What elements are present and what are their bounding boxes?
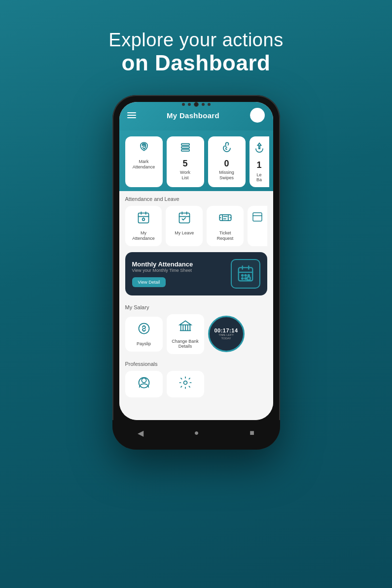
change-bank-icon: [178, 319, 192, 336]
phone-body: My Dashboard: [112, 95, 280, 450]
ticket-request-label: TicketRequest: [217, 230, 234, 241]
home-button[interactable]: ●: [194, 428, 199, 437]
my-attendance-icon: [137, 211, 150, 228]
svg-rect-1: [181, 144, 189, 146]
timer-label: TIME LEFTTODAY: [218, 333, 234, 341]
my-attendance-label: MyAttendance: [132, 230, 155, 241]
professional-card-2[interactable]: [167, 371, 204, 397]
hero-line1: Explore your actions: [108, 30, 283, 51]
monthly-attendance-banner[interactable]: Monthly Attendance View your Monthly Tim…: [125, 252, 267, 295]
banner-title: Monthly Attendance: [132, 261, 193, 268]
recents-button[interactable]: ■: [249, 428, 254, 437]
quick-card-mark-attendance[interactable]: MarkAttendance: [125, 136, 163, 187]
leave-balance-num: 1: [256, 160, 261, 170]
svg-rect-8: [253, 213, 262, 221]
svg-point-12: [248, 274, 249, 276]
my-attendance-card[interactable]: MyAttendance: [125, 206, 162, 246]
professionals-section: Professionals: [119, 356, 273, 404]
svg-point-10: [242, 274, 243, 276]
svg-point-11: [245, 274, 246, 276]
missing-swipes-label: MissingSwipes: [219, 170, 234, 181]
hero-section: Explore your actions on Dashboard: [108, 30, 283, 75]
app-content[interactable]: MarkAttendance 5 WorkList: [119, 131, 273, 420]
quick-card-work-list[interactable]: 5 WorkList: [167, 136, 204, 187]
partial-icon: [251, 211, 263, 226]
my-leave-label: My Leave: [175, 230, 194, 236]
gear-icon: [178, 376, 192, 392]
monthly-calendar-icon: [231, 259, 260, 289]
svg-rect-2: [181, 147, 189, 149]
attendance-leave-title: Attendance and Leave: [125, 196, 267, 202]
fingerprint-icon: [137, 141, 151, 157]
notch-dot-3: [202, 103, 205, 106]
banner-subtitle: View your Monthly Time Sheet: [132, 268, 193, 273]
hero-line2: on Dashboard: [108, 51, 283, 75]
svg-point-14: [245, 278, 246, 279]
change-bank-card[interactable]: Change BankDetails: [167, 314, 204, 355]
leave-balance-label: LeBa: [256, 172, 262, 182]
app-title: My Dashboard: [167, 111, 219, 120]
attendance-leave-section: Attendance and Leave: [119, 191, 273, 248]
notch-dot-2: [188, 103, 191, 106]
back-button[interactable]: ◀: [138, 428, 143, 438]
phone-screen: My Dashboard: [119, 102, 273, 420]
notch-dot-1: [182, 103, 185, 106]
work-list-icon: [178, 141, 192, 157]
professional-card-1[interactable]: [125, 371, 163, 397]
banner-right: [231, 259, 260, 289]
svg-point-17: [142, 378, 146, 383]
svg-point-0: [143, 144, 145, 146]
payslip-label: Payslip: [137, 341, 151, 347]
salary-cards-row: Payslip Change BankDetails: [125, 314, 267, 355]
partial-card-attendance: [248, 206, 267, 246]
view-detail-button[interactable]: View Detail: [132, 277, 166, 287]
missing-swipes-num: 0: [224, 159, 229, 168]
payslip-icon: [137, 322, 151, 338]
salary-section: My Salary Payslip: [119, 299, 273, 357]
notch-dot-4: [208, 103, 211, 106]
timer-time: 00:17:14: [214, 327, 238, 333]
my-leave-card[interactable]: My Leave: [166, 206, 203, 246]
leave-balance-icon: [252, 141, 266, 158]
professionals-title: Professionals: [125, 361, 267, 367]
quick-card-missing-swipes[interactable]: 0 MissingSwipes: [208, 136, 246, 187]
payslip-card[interactable]: Payslip: [125, 317, 163, 352]
professionals-cards-row: [125, 371, 267, 402]
quick-action-cards: MarkAttendance 5 WorkList: [119, 131, 273, 191]
mark-attendance-label: MarkAttendance: [133, 159, 155, 170]
change-bank-label: Change BankDetails: [172, 339, 199, 350]
professional-icon-1: [137, 376, 151, 392]
phone-mockup: My Dashboard: [112, 95, 280, 450]
svg-rect-15: [247, 277, 250, 280]
banner-left: Monthly Attendance View your Monthly Tim…: [132, 261, 193, 287]
notch-camera: [194, 102, 199, 107]
work-list-num: 5: [182, 159, 187, 168]
work-list-label: WorkList: [180, 170, 190, 181]
missing-swipes-icon: [220, 141, 234, 157]
svg-point-19: [183, 381, 187, 385]
salary-title: My Salary: [125, 304, 267, 310]
timer-circle: 00:17:14 TIME LEFTTODAY: [208, 316, 245, 352]
ticket-request-icon: [218, 211, 232, 228]
svg-point-13: [242, 278, 243, 279]
avatar[interactable]: [250, 108, 265, 123]
svg-rect-3: [181, 149, 189, 151]
phone-bottom-nav: ◀ ● ■: [112, 420, 280, 450]
hamburger-menu[interactable]: [127, 112, 136, 118]
phone-notch: [182, 102, 211, 107]
svg-rect-6: [179, 213, 189, 223]
svg-rect-7: [219, 215, 231, 221]
quick-card-leave-balance[interactable]: 1 LeBa: [249, 136, 269, 187]
attendance-cards-row: MyAttendance My Leave: [125, 206, 267, 246]
my-leave-icon: [178, 211, 191, 228]
ticket-request-card[interactable]: TicketRequest: [207, 206, 244, 246]
